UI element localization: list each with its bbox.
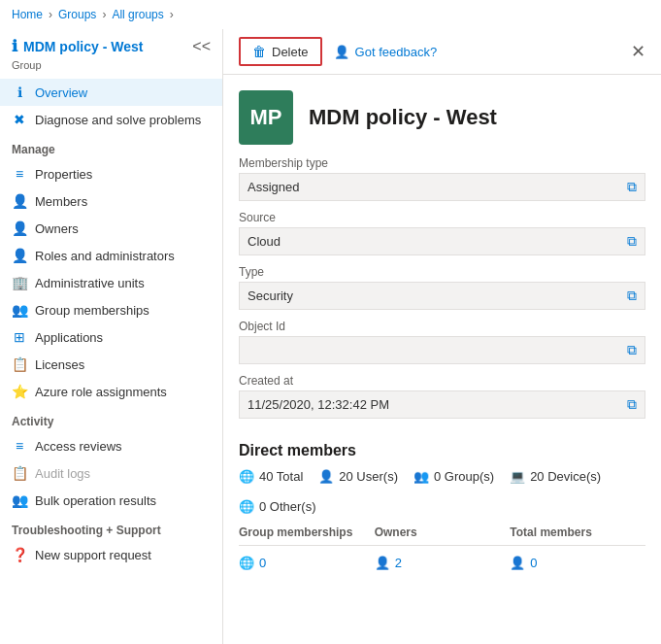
section-manage-label: Manage (0, 133, 222, 160)
owners-cell-icon: 👤 (375, 556, 390, 570)
breadcrumb-all-groups[interactable]: All groups (112, 8, 163, 21)
stat-devices: 💻 20 Device(s) (510, 469, 601, 484)
toolbar-right: ✕ (631, 41, 645, 62)
access-reviews-icon: ≡ (12, 438, 27, 454)
total-members-cell-icon: 👤 (510, 556, 525, 570)
resource-title: MDM policy - West (309, 105, 497, 130)
field-object-id-label: Object Id (239, 320, 645, 333)
bulk-ops-icon: 👥 (12, 492, 27, 508)
users-icon: 👤 (318, 469, 334, 484)
members-stats: 🌐 40 Total 👤 20 User(s) 👥 0 Group(s) 💻 2… (223, 469, 661, 525)
sidebar-item-diagnose[interactable]: ✖ Diagnose and solve problems (0, 106, 222, 133)
sidebar-item-azure-roles[interactable]: ⭐ Azure role assignments (0, 378, 222, 405)
group-memberships-icon: 👥 (12, 302, 27, 318)
sidebar-item-access-reviews[interactable]: ≡ Access reviews (0, 432, 222, 459)
copy-icon-type[interactable]: ⧉ (627, 288, 637, 304)
bottom-table: Group memberships Owners Total members 🌐… (223, 525, 661, 574)
field-source: Source Cloud ⧉ (239, 211, 645, 255)
info-icon: ℹ (12, 37, 17, 55)
sidebar-item-group-memberships[interactable]: 👥 Group memberships (0, 296, 222, 323)
sidebar-subtitle: Group (0, 59, 222, 71)
copy-icon-membership[interactable]: ⧉ (627, 179, 637, 195)
sidebar-item-licenses[interactable]: 📋 Licenses (0, 351, 222, 378)
total-icon: 🌐 (239, 469, 254, 484)
feedback-icon: 👤 (334, 45, 349, 59)
field-created-at: Created at 11/25/2020, 12:32:42 PM ⧉ (239, 374, 645, 419)
delete-button[interactable]: 🗑 Delete (239, 37, 322, 66)
copy-icon-object-id[interactable]: ⧉ (627, 342, 637, 358)
sidebar-header: ℹ MDM policy - West << (0, 29, 222, 59)
direct-members-title: Direct members (223, 428, 661, 469)
sidebar-item-members[interactable]: 👤 Members (0, 187, 222, 215)
cell-owners: 👤 2 (375, 556, 511, 570)
field-source-value: Cloud ⧉ (239, 227, 645, 255)
resource-header: MP MDM policy - West (223, 75, 661, 156)
table-header: Group memberships Owners Total members (239, 525, 645, 546)
field-source-label: Source (239, 211, 645, 224)
field-object-id: Object Id ⧉ (239, 320, 645, 364)
new-support-icon: ❓ (12, 547, 27, 562)
section-activity-label: Activity (0, 405, 222, 432)
field-membership-type: Membership type Assigned ⧉ (239, 156, 645, 201)
sidebar-item-roles[interactable]: 👤 Roles and administrators (0, 242, 222, 269)
sidebar: ℹ MDM policy - West << Group ℹ Overview … (0, 29, 223, 644)
sidebar-item-properties[interactable]: ≡ Properties (0, 160, 222, 187)
stat-users: 👤 20 User(s) (318, 469, 398, 484)
breadcrumb-sep1: › (49, 8, 52, 21)
sidebar-item-applications[interactable]: ⊞ Applications (0, 323, 222, 351)
col-group-memberships: Group memberships (239, 525, 375, 539)
sidebar-collapse-button[interactable]: << (192, 38, 211, 55)
table-row: 🌐 0 👤 2 👤 0 (239, 552, 645, 574)
breadcrumb: Home › Groups › All groups › (0, 0, 661, 29)
others-icon: 🌐 (239, 499, 254, 514)
field-membership-type-value: Assigned ⧉ (239, 173, 645, 201)
admin-units-icon: 🏢 (12, 275, 27, 290)
sidebar-item-new-support[interactable]: ❓ New support request (0, 541, 222, 568)
field-created-at-value: 11/25/2020, 12:32:42 PM ⧉ (239, 390, 645, 419)
stat-others: 🌐 0 Other(s) (239, 499, 316, 514)
field-type: Type Security ⧉ (239, 265, 645, 310)
stat-groups: 👥 0 Group(s) (413, 469, 494, 484)
main-content: 🗑 Delete 👤 Got feedback? ✕ MP MDM policy… (223, 29, 661, 644)
cell-group-memberships: 🌐 0 (239, 556, 375, 570)
breadcrumb-sep2: › (102, 8, 106, 21)
sidebar-item-owners[interactable]: 👤 Owners (0, 215, 222, 242)
applications-icon: ⊞ (12, 329, 27, 345)
sidebar-title: ℹ MDM policy - West (12, 37, 143, 55)
roles-icon: 👤 (12, 248, 27, 263)
sidebar-item-bulk-ops[interactable]: 👥 Bulk operation results (0, 487, 222, 514)
resource-avatar: MP (239, 90, 293, 145)
fields-container: Membership type Assigned ⧉ Source Cloud … (223, 156, 661, 419)
sidebar-item-audit-logs[interactable]: 📋 Audit logs (0, 459, 222, 487)
feedback-button[interactable]: 👤 Got feedback? (334, 45, 438, 59)
col-owners: Owners (375, 525, 511, 539)
owners-icon: 👤 (12, 220, 27, 236)
diagnose-icon: ✖ (12, 112, 27, 127)
field-object-id-value: ⧉ (239, 336, 645, 364)
group-memberships-cell-icon: 🌐 (239, 556, 254, 570)
delete-icon: 🗑 (252, 44, 266, 59)
audit-logs-icon: 📋 (12, 465, 27, 481)
cell-total-members: 👤 0 (510, 556, 645, 570)
stat-total: 🌐 40 Total (239, 469, 303, 484)
azure-roles-icon: ⭐ (12, 384, 27, 399)
field-type-value: Security ⧉ (239, 282, 645, 310)
field-created-at-label: Created at (239, 374, 645, 388)
groups-icon: 👥 (413, 469, 429, 484)
sidebar-item-overview[interactable]: ℹ Overview (0, 79, 222, 106)
section-support-label: Troubleshooting + Support (0, 514, 222, 541)
members-icon: 👤 (12, 193, 27, 209)
overview-icon: ℹ (12, 85, 27, 100)
breadcrumb-sep3: › (170, 8, 174, 21)
licenses-icon: 📋 (12, 356, 27, 372)
field-membership-type-label: Membership type (239, 156, 645, 170)
col-total-members: Total members (510, 525, 645, 539)
breadcrumb-home[interactable]: Home (12, 8, 43, 21)
close-button[interactable]: ✕ (631, 41, 645, 62)
toolbar: 🗑 Delete 👤 Got feedback? ✕ (223, 29, 661, 75)
devices-icon: 💻 (510, 469, 525, 484)
sidebar-item-admin-units[interactable]: 🏢 Administrative units (0, 269, 222, 296)
copy-icon-source[interactable]: ⧉ (627, 233, 637, 250)
copy-icon-created-at[interactable]: ⧉ (627, 396, 637, 413)
breadcrumb-groups[interactable]: Groups (58, 8, 96, 21)
